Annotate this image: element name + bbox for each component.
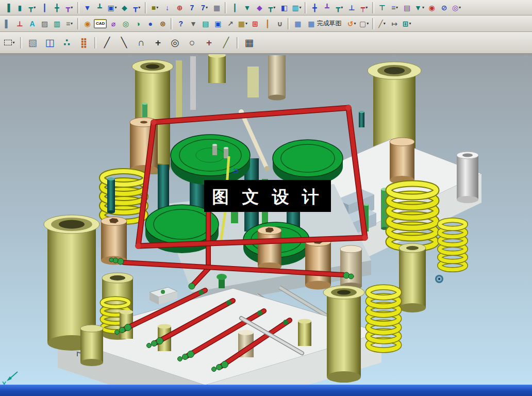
dropdown-arrow-icon: ▾ [138, 5, 140, 10]
section-view-icon[interactable]: ◑ [132, 18, 144, 30]
concentric-circle-tool-icon[interactable]: ◎ [167, 34, 183, 52]
toolbar-separator [372, 2, 374, 13]
sketch-undo-icon[interactable]: ↺▾ [346, 18, 358, 30]
grid-plate-tool-icon[interactable]: ▦ [211, 2, 223, 14]
sleeve-tool-icon[interactable]: ┳▾ [131, 2, 143, 14]
pen-tool-icon[interactable]: ╱▾ [376, 18, 388, 30]
rows-tool-icon[interactable]: ▤ [401, 2, 413, 14]
washer-tool-icon[interactable]: ▼ [81, 2, 93, 14]
add-grid-icon[interactable]: ⊞▾ [401, 18, 413, 30]
point-cluster-icon[interactable]: ∴ [59, 34, 75, 52]
arc-snap-icon[interactable]: ∪ [274, 18, 286, 30]
drop-tool-icon-glyph: ↓ [165, 4, 169, 11]
list-tool-icon[interactable]: ≡▾ [389, 2, 401, 14]
tee-bolt-tool-icon[interactable]: ┳▾ [266, 2, 278, 14]
diameter-dim-icon[interactable]: ⌀ [107, 18, 119, 30]
texture-patch-icon[interactable]: ⣿ [76, 34, 92, 52]
chamfer-tool-icon[interactable]: ╱ [218, 34, 234, 52]
line-tool-icon[interactable]: ╱ [99, 34, 115, 52]
half-block-tool-icon[interactable]: ◧ [278, 2, 290, 14]
filter-icon[interactable]: ▼ [187, 18, 199, 30]
column-tool-icon[interactable]: ▥▾ [291, 2, 303, 14]
grid-plate-tool-icon-glyph: ▦ [213, 4, 220, 11]
toolbar-separator [94, 37, 96, 48]
render-sphere-icon[interactable]: ● [144, 18, 156, 30]
shaded-cube-icon[interactable]: ▧ [25, 34, 41, 52]
tri-tool-icon[interactable]: ▼▾ [413, 2, 425, 14]
step-pin-tool-icon[interactable]: 7 [186, 2, 198, 14]
stud-tool-icon[interactable]: ┃ [39, 2, 51, 14]
viewport-3d[interactable]: 25 图 文 设 计 Y [0, 54, 532, 385]
dowel-pin-tool-icon[interactable]: ┻ [94, 2, 106, 14]
cad-reader-badge[interactable]: CAD [94, 19, 107, 28]
remove-feature-icon[interactable]: ⊗ [157, 18, 169, 30]
extend-arrow-icon[interactable]: ↦ [389, 18, 401, 30]
disc-tool-icon[interactable]: ◎▾ [451, 2, 462, 14]
null-tool-icon[interactable]: ⊘ [438, 2, 450, 14]
stud-tool-icon-glyph: ┃ [42, 4, 46, 11]
cross-pin-tool-icon[interactable]: ╋ [51, 2, 63, 14]
snapshot-icon[interactable]: ▣ [212, 18, 224, 30]
tri-tool-icon-glyph: ▼ [414, 4, 422, 11]
sketch-grid-icon[interactable]: ▦ [292, 18, 304, 30]
menu-list-icon[interactable]: ≡▾ [63, 18, 75, 30]
perp-tool-icon[interactable]: ⊥ [346, 2, 358, 14]
tbar-tool-icon[interactable]: ┯▾ [358, 2, 370, 14]
cap-screw-tool-icon[interactable]: ┳▾ [26, 2, 38, 14]
columns-view-icon[interactable]: ▥ [51, 18, 63, 30]
datum-corner-icon[interactable]: ⊥ [14, 18, 26, 30]
dot-tool-icon[interactable]: ◉ [426, 2, 438, 14]
cross-bolt-tool-icon[interactable]: ╋ [309, 2, 321, 14]
context-help-icon[interactable]: ? [175, 18, 187, 30]
hatch-tool-icon[interactable]: ▨ [39, 18, 51, 30]
filter-icon-glyph: ▼ [190, 20, 197, 27]
remove-feature-icon-glyph: ⊗ [160, 20, 166, 27]
diamond-pin-tool-icon[interactable]: ◆ [119, 2, 130, 14]
wireframe-cube-icon[interactable]: ◫ [42, 34, 58, 52]
text-tool-icon[interactable]: A [26, 18, 38, 30]
visual-check-icon[interactable]: ◎ [120, 18, 131, 30]
snap-grid-icon[interactable]: ▦ [241, 34, 257, 52]
counterbore-tool-icon[interactable]: ┳▾ [63, 2, 75, 14]
teal-screw-left [107, 177, 115, 213]
orient-arrow-icon[interactable]: ↗ [224, 18, 236, 30]
finish-sketch-button[interactable]: ▦完成草图 [304, 18, 345, 30]
ring-tool-icon[interactable]: ⊕ [174, 2, 186, 14]
plus-tool-icon[interactable]: + [201, 34, 217, 52]
drop-tool-icon[interactable]: ↓ [161, 2, 173, 14]
partial-leading-icon[interactable]: ▌ [2, 18, 13, 30]
pin-vertical-icon[interactable]: ┃ [261, 18, 273, 30]
snap-grid-icon-glyph: ▦ [245, 38, 254, 47]
dropdown-arrow-icon: ▾ [409, 21, 411, 26]
layer-settings-icon-glyph: ▦ [238, 20, 245, 27]
circle-tool-icon[interactable]: ○ [184, 34, 200, 52]
polyline-tool-icon[interactable]: ╲ [116, 34, 132, 52]
display-style-icon[interactable]: ▢▾ [358, 18, 370, 30]
arc-tool-icon[interactable]: ∩ [133, 34, 149, 52]
rod-tool-icon[interactable]: ┃ [229, 2, 241, 14]
dimension-label: 25 [233, 168, 239, 174]
dropdown-arrow-icon: ▾ [396, 5, 398, 10]
screw-tool-icon[interactable]: ▮ [14, 2, 26, 14]
washer-tool-icon-glyph: ▼ [84, 4, 91, 11]
add-grid-icon-glyph: ⊞ [403, 20, 409, 27]
point-tool-icon[interactable]: + [150, 34, 166, 52]
tee-alt-tool-icon[interactable]: ┳▾ [334, 2, 345, 14]
top-tool-icon[interactable]: ⊤ [376, 2, 388, 14]
layer-settings-icon[interactable]: ▦▾ [237, 18, 248, 30]
insert-block-tool-icon[interactable]: ▣▾ [106, 2, 118, 14]
step-pin-alt-tool-icon[interactable]: 7▾ [198, 2, 210, 14]
gem-pin-tool-icon[interactable]: ◆ [254, 2, 265, 14]
wireframe-cube-icon-glyph: ◫ [45, 38, 55, 47]
toolbar-overflow-icon[interactable]: ▐ [2, 2, 13, 14]
plug-tool-icon[interactable]: ■▾ [149, 2, 161, 14]
spring-far-right [440, 220, 466, 270]
rectangle-select-tool[interactable]: ▾ [2, 34, 18, 52]
target-point-icon[interactable]: ◉ [81, 18, 93, 30]
ring-tool-icon-glyph: ⊕ [177, 4, 183, 11]
tolerance-icon[interactable]: ⊞ [249, 18, 261, 30]
anchor-tool-icon[interactable]: ┻ [321, 2, 333, 14]
wedge-tool-icon[interactable]: ▼ [241, 2, 253, 14]
watermark: 图 文 设 计 [204, 180, 331, 212]
row-view-icon[interactable]: ▤ [200, 18, 211, 30]
